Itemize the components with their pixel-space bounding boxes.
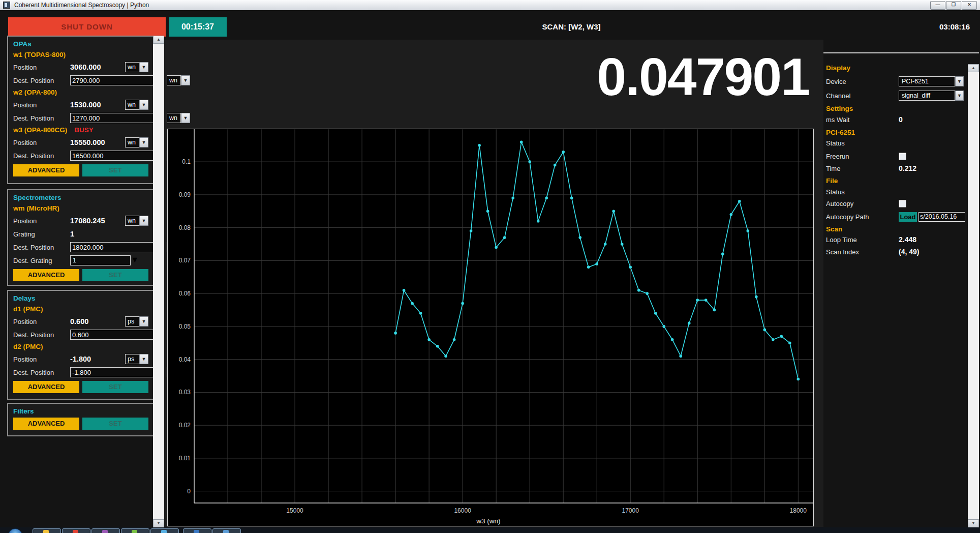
right-section-header: Display (826, 64, 850, 72)
right-row-autocopy-path: Autocopy PathLoad (826, 212, 966, 222)
load-button[interactable]: Load (899, 212, 917, 222)
right-row-status: Status (826, 138, 966, 148)
set-button[interactable]: SET (82, 269, 148, 281)
chevron-down-icon[interactable]: ▼ (181, 113, 190, 123)
units-value: wn (125, 62, 139, 72)
taskbar-app-button[interactable] (212, 528, 241, 533)
right-row-loop-time: Loop Time2.448 (826, 234, 966, 245)
right-field-label: Channel (826, 92, 899, 100)
right-field-label: Time (826, 165, 899, 172)
units-combo[interactable]: wn▼ (167, 113, 190, 123)
chevron-down-icon[interactable]: ▼ (139, 316, 148, 327)
shutdown-button[interactable]: SHUT DOWN (8, 17, 166, 37)
data-point (419, 312, 422, 315)
taskbar-app-button[interactable] (121, 528, 149, 533)
data-point (520, 141, 523, 144)
freerun-checkbox[interactable] (899, 153, 906, 160)
right-field-label: Loop Time (826, 236, 899, 244)
taskbar-app-button[interactable] (91, 528, 120, 533)
advanced-button[interactable]: ADVANCED (13, 269, 79, 281)
chevron-down-icon[interactable]: ▼ (955, 76, 964, 86)
right-field-value: (4, 49) (899, 248, 919, 256)
advanced-button[interactable]: ADVANCED (13, 164, 79, 176)
channel-combo[interactable]: signal_diff▼ (899, 91, 964, 101)
combo-row: Dest. Grating1▼ (13, 254, 148, 267)
windows-taskbar[interactable] (0, 527, 980, 533)
destination-input[interactable] (70, 75, 164, 85)
autocopy-checkbox[interactable] (899, 200, 906, 208)
taskbar-app-button[interactable] (150, 528, 179, 533)
right-section-header: PCI-6251 (826, 129, 855, 136)
left-scrollbar[interactable]: ▲ ▼ (153, 36, 164, 527)
y-tick-label: 0.02 (179, 422, 191, 429)
units-combo[interactable]: ps▼ (125, 316, 148, 327)
start-button[interactable] (8, 528, 22, 533)
data-point (394, 332, 397, 335)
scroll-up-icon[interactable]: ▲ (968, 64, 979, 72)
hardware-label: w2 (OPA-800) (13, 87, 57, 98)
right-field-label: Status (826, 139, 899, 147)
chevron-down-icon[interactable]: ▼ (139, 62, 148, 72)
set-button[interactable]: SET (82, 164, 148, 176)
taskbar-app-button[interactable] (183, 528, 211, 533)
scan-plot[interactable]: 00.010.020.030.040.050.060.070.080.090.1… (167, 129, 814, 526)
live-signal-readout: 0.047901 (457, 49, 809, 105)
right-panel: DisplayDevicePCI-6251▼Channelsignal_diff… (826, 0, 966, 533)
combo-value: PCI-6251 (899, 76, 955, 86)
advanced-button[interactable]: ADVANCED (13, 418, 79, 430)
data-point (679, 354, 682, 358)
advanced-button[interactable]: ADVANCED (13, 381, 79, 393)
readout-row: Grating1 (13, 227, 148, 241)
units-combo[interactable]: wn▼ (125, 100, 148, 110)
field-label: Dest. Position (13, 331, 70, 339)
chevron-down-icon[interactable]: ▼ (131, 255, 139, 265)
scroll-up-icon[interactable]: ▲ (153, 36, 164, 44)
right-field-label: ms Wait (826, 116, 899, 124)
scroll-down-icon[interactable]: ▼ (153, 519, 164, 527)
taskbar-app-button[interactable] (62, 528, 90, 533)
destination-input[interactable] (70, 113, 164, 123)
units-combo[interactable]: ps▼ (125, 354, 148, 364)
chevron-down-icon[interactable]: ▼ (181, 75, 190, 85)
chevron-down-icon[interactable]: ▼ (139, 137, 148, 147)
plot-canvas: 00.010.020.030.040.050.060.070.080.090.1… (168, 129, 813, 526)
units-combo[interactable]: wn▼ (125, 62, 148, 72)
field-value: 3060.000 (70, 63, 125, 71)
data-point (436, 345, 439, 348)
destination-input[interactable] (70, 367, 164, 377)
scroll-down-icon[interactable]: ▼ (968, 519, 979, 527)
set-button[interactable]: SET (82, 381, 148, 393)
chevron-down-icon[interactable]: ▼ (139, 216, 148, 226)
taskbar-app-button[interactable] (33, 528, 61, 533)
destination-input[interactable] (70, 151, 164, 161)
section-title: Delays (13, 293, 148, 304)
destination-input[interactable] (70, 330, 164, 340)
x-tick-label: 18000 (790, 507, 807, 514)
data-point (671, 338, 674, 341)
input-row: Dest. Positionwn▼ (13, 74, 148, 87)
destination-input[interactable] (70, 242, 164, 252)
right-scrollbar[interactable]: ▲ ▼ (968, 64, 979, 527)
readout-row: Position17080.245wn▼ (13, 214, 148, 227)
units-combo[interactable]: wn▼ (125, 137, 148, 147)
right-section-header: File (826, 177, 838, 185)
data-point (495, 246, 498, 249)
autocopy-path-input[interactable] (918, 212, 965, 222)
data-point (747, 229, 750, 232)
input-row: Dest. Positionps▼ (13, 366, 148, 379)
right-field-value: 0 (899, 115, 903, 124)
chevron-down-icon[interactable]: ▼ (955, 91, 964, 101)
field-label: Position (13, 356, 70, 363)
set-button[interactable]: SET (82, 418, 148, 430)
chevron-down-icon[interactable]: ▼ (139, 100, 148, 110)
units-combo[interactable]: wn▼ (125, 216, 148, 226)
taskbar-app-icon (43, 530, 49, 533)
field-label: Dest. Grating (13, 257, 70, 264)
device-combo[interactable]: PCI-6251▼ (899, 76, 964, 86)
data-point (763, 329, 767, 332)
right-row-autocopy: Autocopy (826, 198, 966, 209)
chevron-down-icon[interactable]: ▼ (139, 354, 148, 364)
grating-combo[interactable]: 1▼ (70, 255, 139, 265)
units-combo[interactable]: wn▼ (167, 75, 190, 85)
data-point (629, 266, 632, 269)
